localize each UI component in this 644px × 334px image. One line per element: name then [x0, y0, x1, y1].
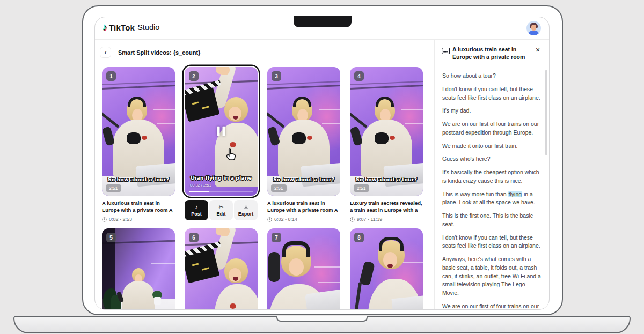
highlighted-word: flying [508, 191, 523, 197]
laptop-lid-groove [276, 316, 368, 322]
transcript-panel-header: A luxurious train seat in Europe with a … [435, 40, 549, 66]
clip-action-bar: ♪ Post ✂ Edit Expo [185, 200, 258, 220]
page-title: Smart Split videos: {s_count} [118, 49, 200, 56]
grid-header: ‹ Smart Split videos: {s_count} [100, 47, 200, 58]
video-caption: Luxury train secrets revealed, a train s… [350, 200, 423, 214]
duration-badge: 2:51 [354, 184, 369, 192]
pause-icon[interactable] [217, 127, 225, 136]
overlay-caption: So how about a tour? [269, 177, 339, 183]
transcript-line-highlighted: This is way more fun than flying in a pl… [442, 190, 543, 207]
panel-scrollbar[interactable] [545, 70, 547, 155]
video-card-3[interactable]: 3 So how about a tour? 2:51 [267, 67, 340, 196]
transcript-line: Anyways, here's what comes with a basic … [442, 255, 543, 298]
video-thumbnail: 4 So how about a tour? 2:51 [350, 67, 423, 196]
video-thumbnail: 1 So how about a tour? 2:51 [102, 67, 175, 196]
clip-number-badge: 4 [354, 71, 364, 81]
clip-number-badge: 5 [106, 233, 116, 242]
camera-notch [294, 16, 352, 27]
video-thumbnail: 5 [102, 228, 175, 310]
clip-number-badge: 3 [272, 71, 281, 81]
clock-icon [267, 217, 272, 222]
video-grid-region: ‹ Smart Split videos: {s_count} [95, 40, 434, 309]
clock-icon [102, 217, 107, 222]
brand-name: TikTok [109, 23, 135, 32]
clock-icon [350, 217, 355, 222]
transcript-line: Guess who's here? [442, 155, 543, 164]
video-thumbnail: 7 [267, 228, 340, 310]
app-window: ♪ TikTok Studio ‹ Smart Split videos: {s… [94, 17, 550, 310]
video-thumbnail: 3 So how about a tour? 2:51 [267, 67, 340, 196]
video-card-5[interactable]: 5 [102, 228, 175, 310]
clip-number-badge: 2 [189, 71, 199, 81]
download-icon [243, 204, 249, 211]
duration-badge: 2:51 [271, 184, 287, 192]
transcript-icon [442, 48, 450, 54]
video-card-6[interactable]: 6 [185, 228, 258, 310]
transcript-line: We are on our first of four trains on ou… [442, 120, 543, 137]
transcript-body[interactable]: So how about a tour? I don't know if you… [442, 72, 543, 309]
card-meta-4: Luxury train secrets revealed, a train s… [350, 200, 423, 222]
video-card-1[interactable]: 1 So how about a tour? 2:51 [102, 67, 175, 196]
export-button[interactable]: Export [234, 200, 258, 220]
overlay-caption: So how about a tour? [352, 177, 421, 183]
transcript-line: It's my dad. [442, 107, 543, 115]
card-meta-1: A luxurious train seat in Europe with a … [102, 200, 175, 222]
progress-bar[interactable] [189, 191, 253, 192]
tiktok-note-icon: ♪ [103, 23, 107, 32]
clip-number-badge: 8 [354, 233, 364, 242]
playback-time: 00:32 / 2:51 [190, 183, 211, 188]
laptop-mockup: ♪ TikTok Studio ‹ Smart Split videos: {s… [0, 0, 644, 334]
overlay-caption: than flying in a plane [186, 175, 256, 181]
card-meta-3: A luxurious train seat in Europe with a … [267, 200, 340, 222]
laptop-base [13, 316, 631, 333]
back-chevron-icon: ‹ [104, 48, 106, 56]
video-time-range: 9:07 - 11:39 [357, 217, 382, 222]
video-thumbnail: 8 [350, 228, 423, 310]
scissors-icon: ✂ [218, 204, 223, 211]
clip-number-badge: 1 [106, 71, 116, 81]
transcript-line: I don't know if you can tell, but these … [442, 85, 543, 102]
user-avatar[interactable] [526, 21, 541, 35]
tiktok-note-icon: ♪ [195, 204, 198, 211]
transcript-line: I don't know if you can tell, but these … [442, 234, 543, 251]
transcript-line: It's basically the cheapest option which… [442, 168, 543, 185]
video-caption: A luxurious train seat in Europe with a … [102, 200, 175, 214]
transcript-line: We are on our first of four trains on ou… [442, 302, 543, 309]
edit-button[interactable]: ✂ Edit [209, 200, 233, 220]
video-thumbnail: 2 than flying in a plane 00:32 / 2:51 [185, 67, 258, 196]
transcript-title: A luxurious train seat in Europe with a … [452, 46, 534, 61]
video-caption: A luxurious train seat in Europe with a … [267, 200, 340, 214]
video-card-2-selected[interactable]: 2 than flying in a plane 00:32 / 2:51 [185, 67, 258, 196]
back-button[interactable]: ‹ [100, 47, 111, 58]
transcript-panel: A luxurious train seat in Europe with a … [434, 40, 549, 309]
transcript-line: So how about a tour? [442, 72, 543, 80]
clip-number-badge: 6 [189, 233, 199, 242]
video-card-7[interactable]: 7 [267, 228, 340, 310]
close-icon[interactable]: × [533, 46, 542, 54]
transcript-line: This is the first one. This is the basic… [442, 212, 543, 229]
clip-number-badge: 7 [272, 233, 281, 242]
overlay-caption: So how about a tour? [104, 177, 173, 183]
hand-cursor-icon [224, 147, 238, 162]
duration-badge: 2:51 [106, 184, 121, 192]
brand-suffix: Studio [137, 23, 159, 32]
video-thumbnail: 6 [185, 228, 258, 310]
transcript-line: We made it onto our first train. [442, 142, 543, 151]
video-time-range: 6:02 - 8:14 [274, 217, 297, 222]
tiktok-studio-logo: ♪ TikTok Studio [103, 23, 159, 32]
video-card-8[interactable]: 8 [350, 228, 423, 310]
post-button[interactable]: ♪ Post [185, 200, 208, 220]
laptop-screen: ♪ TikTok Studio ‹ Smart Split videos: {s… [82, 5, 563, 315]
video-time-range: 0:02 - 2:53 [109, 217, 132, 222]
video-card-4[interactable]: 4 So how about a tour? 2:51 [350, 67, 423, 196]
